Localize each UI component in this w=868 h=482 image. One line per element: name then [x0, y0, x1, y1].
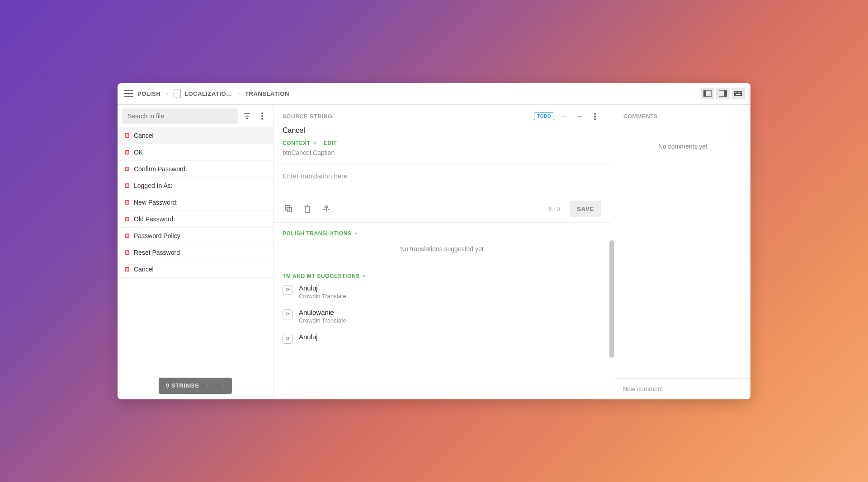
strings-count: 9 STRINGS: [166, 382, 199, 389]
strings-sidebar: CancelOKConfirm Password:Logged In As:Ne…: [118, 105, 274, 399]
svg-rect-21: [287, 207, 292, 212]
status-dot-icon: [125, 150, 129, 154]
breadcrumb-language[interactable]: POLISH: [137, 90, 160, 97]
suggestion-text: Anulowanie: [299, 309, 346, 316]
save-button[interactable]: SAVE: [570, 201, 601, 217]
svg-rect-4: [734, 91, 742, 96]
prev-string-icon[interactable]: ←: [205, 382, 212, 389]
string-label: Logged In As:: [134, 182, 173, 189]
editor-panel: SOURCE STRING TODO ← → Cancel CONTEXT ED…: [274, 105, 615, 399]
svg-rect-9: [741, 92, 741, 93]
insert-tag-icon[interactable]: [321, 203, 332, 215]
status-dot-icon: [125, 217, 129, 221]
string-label: OK: [134, 149, 143, 156]
translations-heading[interactable]: POLISH TRANSLATIONS: [283, 230, 358, 237]
suggestion-text: Anuluj: [299, 333, 318, 341]
svg-rect-25: [325, 206, 328, 208]
string-label: Password Policy: [134, 232, 180, 239]
source-string-heading: SOURCE STRING: [283, 113, 332, 120]
next-source-icon[interactable]: →: [573, 111, 585, 122]
char-count: 6 · 0: [548, 206, 562, 212]
svg-rect-3: [724, 90, 727, 97]
string-item[interactable]: OK: [118, 144, 273, 161]
string-item[interactable]: Confirm Password:: [118, 161, 273, 178]
status-dot-icon: [125, 167, 129, 171]
breadcrumb-section[interactable]: TRANSLATION: [245, 90, 289, 97]
string-item[interactable]: Password Policy: [118, 228, 273, 244]
layout-right-panel-button[interactable]: [716, 88, 730, 99]
string-item[interactable]: Reset Password: [118, 244, 273, 261]
string-label: Confirm Password:: [134, 165, 187, 173]
menu-icon[interactable]: [123, 88, 134, 99]
mt-engine-icon: ⟳: [283, 334, 292, 344]
suggestion-item[interactable]: ⟳AnulowanieCrowdin Translate: [283, 304, 601, 328]
context-toggle[interactable]: CONTEXT: [283, 140, 316, 146]
mt-engine-icon: ⟳: [283, 285, 292, 295]
svg-rect-8: [739, 92, 740, 93]
svg-point-14: [261, 112, 263, 114]
tm-suggestions-heading[interactable]: TM AND MT SUGGESTIONS: [283, 273, 366, 279]
layout-left-panel-button[interactable]: [701, 88, 714, 99]
scrollbar[interactable]: [609, 240, 614, 358]
svg-point-16: [261, 118, 263, 120]
header-bar: POLISH › LOCALIZATIO… › TRANSLATION: [118, 83, 750, 105]
string-list: CancelOKConfirm Password:Logged In As:Ne…: [118, 127, 273, 399]
svg-rect-5: [735, 92, 736, 93]
svg-point-18: [594, 116, 596, 117]
svg-point-17: [594, 113, 596, 115]
suggestion-source: Crowdin Translate: [299, 317, 346, 324]
chevron-right-icon: ›: [164, 90, 170, 97]
suggestion-source: Crowdin Translate: [299, 293, 346, 299]
status-dot-icon: [125, 234, 129, 238]
prev-source-icon[interactable]: ←: [558, 111, 570, 122]
string-item[interactable]: Logged In As:: [118, 178, 273, 194]
comments-panel: COMMENTS No comments yet: [615, 105, 750, 399]
suggestion-item[interactable]: ⟳Anuluj: [283, 328, 601, 348]
no-comments-text: No comments yet: [658, 143, 708, 378]
suggestion-text: Anuluj: [299, 284, 346, 292]
string-label: Old Password:: [134, 215, 175, 223]
translation-input[interactable]: [274, 164, 610, 196]
string-item[interactable]: New Password:: [118, 194, 273, 211]
breadcrumb-file[interactable]: LOCALIZATIO…: [184, 90, 232, 97]
mt-engine-icon: ⟳: [283, 309, 292, 319]
search-input[interactable]: [122, 108, 238, 124]
svg-rect-6: [736, 92, 737, 93]
app-window: POLISH › LOCALIZATIO… › TRANSLATION: [118, 83, 750, 399]
next-string-icon[interactable]: →: [218, 382, 225, 389]
string-item[interactable]: Cancel: [118, 127, 273, 144]
svg-point-19: [594, 118, 596, 120]
new-comment-input[interactable]: [623, 385, 743, 393]
keyboard-icon[interactable]: [731, 88, 745, 99]
svg-rect-10: [736, 94, 741, 95]
string-label: New Password:: [134, 199, 178, 206]
more-vert-icon[interactable]: [589, 110, 601, 123]
file-icon: [174, 89, 181, 98]
svg-point-15: [261, 115, 263, 117]
source-text: Cancel: [274, 125, 610, 140]
chevron-right-icon: ›: [236, 90, 242, 97]
clear-icon[interactable]: [302, 203, 313, 215]
string-item[interactable]: Cancel: [118, 261, 273, 278]
status-badge: TODO: [534, 112, 554, 120]
string-label: Cancel: [134, 132, 154, 139]
comments-heading: COMMENTS: [623, 113, 658, 120]
status-dot-icon: [125, 183, 129, 188]
suggestion-item[interactable]: ⟳AnulujCrowdin Translate: [283, 280, 601, 304]
strings-footer: 9 STRINGS ← →: [159, 378, 232, 394]
svg-rect-20: [285, 206, 290, 210]
edit-context-button[interactable]: EDIT: [324, 140, 337, 146]
string-item[interactable]: Old Password:: [118, 211, 273, 228]
context-value: btnCancel.Caption: [274, 148, 610, 164]
svg-rect-1: [703, 90, 706, 97]
no-translations-text: No translations suggested yet: [283, 237, 601, 262]
string-label: Cancel: [134, 266, 154, 273]
copy-source-icon[interactable]: [283, 203, 294, 215]
status-dot-icon: [125, 250, 129, 255]
filter-icon[interactable]: [241, 110, 253, 122]
status-dot-icon: [125, 200, 129, 205]
status-dot-icon: [125, 267, 129, 271]
svg-rect-22: [305, 207, 310, 212]
string-label: Reset Password: [134, 249, 180, 256]
more-vert-icon[interactable]: [256, 110, 269, 122]
